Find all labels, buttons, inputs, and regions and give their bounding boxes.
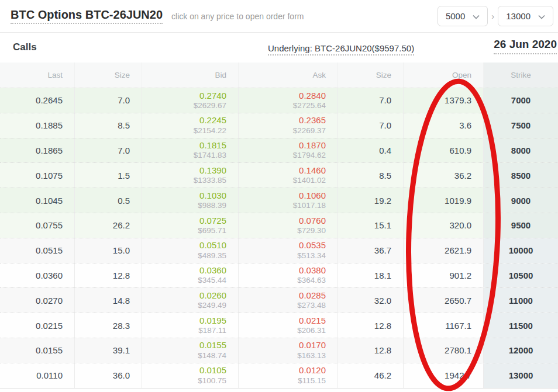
top-bar: BTC Options BTC-26JUN20 click on any pri… <box>0 0 558 33</box>
ask-usd-value: $2725.64 <box>293 101 326 110</box>
ask-price: 0.0380 <box>299 265 326 276</box>
bid-price-cell[interactable]: 0.2740 $2629.67 <box>142 88 238 113</box>
bid-price-cell[interactable]: 0.1815 $1741.83 <box>142 138 238 163</box>
strike-cell: 9000 <box>483 188 558 213</box>
ask-size-cell: 0.4 <box>337 138 403 163</box>
ask-price-cell[interactable]: 0.0285 $273.48 <box>238 288 337 313</box>
ask-price-cell[interactable]: 0.2365 $2269.37 <box>238 113 337 138</box>
ask-size-cell: 7.0 <box>337 113 403 138</box>
last-price-cell: 0.1045 <box>0 188 74 213</box>
bid-price-cell[interactable]: 0.1030 $988.39 <box>142 188 238 213</box>
ask-price-cell[interactable]: 0.1460 $1401.02 <box>238 163 337 188</box>
bid-price-cell[interactable]: 0.2245 $2154.22 <box>142 113 238 138</box>
ask-price-cell[interactable]: 0.0170 $163.13 <box>238 338 337 363</box>
bid-usd-value: $148.74 <box>198 351 226 360</box>
bid-price: 0.0105 <box>199 365 226 376</box>
ask-size-cell: 12.8 <box>337 338 403 363</box>
bid-price-cell[interactable]: 0.0725 $695.71 <box>142 213 238 238</box>
open-interest-cell: 1942.7 <box>403 363 483 388</box>
bid-price-cell[interactable]: 0.1390 $1333.85 <box>142 163 238 188</box>
strike-from-dropdown[interactable]: 5000 <box>438 6 488 26</box>
bid-price: 0.2740 <box>199 91 226 101</box>
range-separator-icon: › <box>491 11 494 21</box>
ask-price-cell[interactable]: 0.0215 $206.31 <box>238 313 337 338</box>
ask-price: 0.0170 <box>299 340 326 351</box>
ask-size-cell: 32.0 <box>337 288 403 313</box>
options-table: Last Size Bid Ask Size Open Strike 0.264… <box>0 63 558 388</box>
last-price-cell: 0.0515 <box>0 238 74 263</box>
ask-usd-value: $115.15 <box>298 376 326 386</box>
ask-usd-value: $729.30 <box>297 226 326 235</box>
last-price-cell: 0.1885 <box>0 113 74 138</box>
bid-size-cell: 15.0 <box>74 238 142 263</box>
ask-price-cell[interactable]: 0.2840 $2725.64 <box>238 88 337 113</box>
strike-cell: 10500 <box>483 263 558 288</box>
ask-usd-value: $513.34 <box>297 251 326 261</box>
table-row: 0.0515 15.0 0.0510 $489.35 0.0535 $513.3… <box>0 238 558 263</box>
bid-price: 0.0155 <box>199 340 226 351</box>
ask-price-cell[interactable]: 0.1870 $1794.62 <box>238 138 337 163</box>
ask-size-cell: 7.0 <box>337 88 403 113</box>
bid-size-cell: 7.0 <box>74 138 142 163</box>
ask-price-cell[interactable]: 0.0535 $513.34 <box>238 238 337 263</box>
ask-usd-value: $1017.18 <box>293 201 326 210</box>
ask-price: 0.1870 <box>299 140 326 151</box>
bid-size-cell: 7.0 <box>74 88 142 113</box>
table-row: 0.0110 36.0 0.0105 $100.75 0.0120 $115.1… <box>0 363 558 388</box>
bid-price-cell[interactable]: 0.0195 $187.11 <box>142 313 238 338</box>
calls-section-label: Calls <box>13 41 37 53</box>
ask-price: 0.0215 <box>299 315 326 326</box>
bid-price: 0.0725 <box>199 216 226 226</box>
ask-usd-value: $364.63 <box>297 276 326 285</box>
ask-price-cell[interactable]: 0.0380 $364.63 <box>238 263 337 288</box>
strike-cell: 8500 <box>483 163 558 188</box>
open-interest-cell: 1167.1 <box>403 313 483 338</box>
ask-price: 0.0285 <box>299 290 326 301</box>
bid-price: 0.0360 <box>199 265 226 276</box>
last-price-cell: 0.0755 <box>0 213 74 238</box>
last-price-cell: 0.2645 <box>0 88 74 113</box>
ask-price-cell[interactable]: 0.1060 $1017.18 <box>238 188 337 213</box>
strike-cell: 7500 <box>483 113 558 138</box>
bid-usd-value: $1333.85 <box>194 176 226 185</box>
bid-size-cell: 1.5 <box>74 163 142 188</box>
column-header-last: Last <box>0 63 74 88</box>
bid-size-cell: 36.0 <box>74 363 142 388</box>
open-interest-cell: 320.0 <box>403 213 483 238</box>
bid-usd-value: $695.71 <box>198 226 226 235</box>
column-header-open: Open <box>403 63 483 88</box>
open-interest-cell: 610.9 <box>403 138 483 163</box>
table-row: 0.1885 8.5 0.2245 $2154.22 0.2365 $2269.… <box>0 113 558 138</box>
ask-usd-value: $1794.62 <box>293 151 326 160</box>
bid-size-cell: 39.1 <box>74 338 142 363</box>
ask-price-cell[interactable]: 0.0120 $115.15 <box>238 363 337 388</box>
table-row: 0.0270 14.8 0.0260 $249.49 0.0285 $273.4… <box>0 287 558 313</box>
open-interest-cell: 36.2 <box>403 163 483 188</box>
last-price-cell: 0.0110 <box>0 363 74 388</box>
ask-price-cell[interactable]: 0.0760 $729.30 <box>238 213 337 238</box>
bid-price-cell[interactable]: 0.0260 $249.49 <box>142 288 238 313</box>
bid-price-cell[interactable]: 0.0105 $100.75 <box>142 363 238 388</box>
bid-price-cell[interactable]: 0.0510 $489.35 <box>142 238 238 263</box>
strike-cell: 9500 <box>483 213 558 238</box>
underlying-link[interactable]: Underlying: BTC-26JUN20($9597.50) <box>268 43 414 55</box>
column-header-bid-size: Size <box>74 63 142 88</box>
open-interest-cell: 3.6 <box>403 113 483 138</box>
order-form-hint: click on any price to open order form <box>171 12 304 21</box>
ask-price: 0.1060 <box>299 190 326 201</box>
strike-to-dropdown[interactable]: 13000 <box>498 6 553 26</box>
bid-usd-value: $187.11 <box>198 326 226 335</box>
bid-usd-value: $249.49 <box>198 301 226 310</box>
bid-size-cell: 8.5 <box>74 113 142 138</box>
ask-size-cell: 15.1 <box>337 213 403 238</box>
bid-price-cell[interactable]: 0.0155 $148.74 <box>142 338 238 363</box>
last-price-cell: 0.0360 <box>0 263 74 288</box>
strike-cell: 7000 <box>483 88 558 113</box>
bid-price: 0.1030 <box>199 190 226 201</box>
expiry-date[interactable]: 26 Jun 2020 <box>494 38 557 54</box>
bid-price-cell[interactable]: 0.0360 $345.44 <box>142 263 238 288</box>
bid-usd-value: $489.35 <box>198 251 226 261</box>
ask-size-cell: 46.2 <box>337 363 403 388</box>
bid-size-cell: 28.3 <box>74 313 142 338</box>
last-price-cell: 0.0215 <box>0 313 74 338</box>
